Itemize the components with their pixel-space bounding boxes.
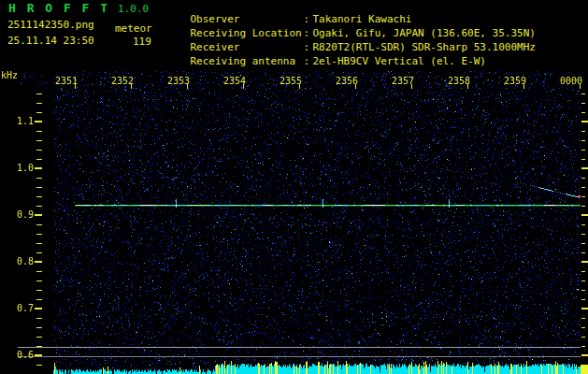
x-tick xyxy=(243,84,244,89)
x-tick-label: 2352 xyxy=(106,76,134,86)
y-minor-tick-right xyxy=(581,365,585,366)
y-minor-tick-right xyxy=(581,206,585,207)
y-tick-label: 0.7 xyxy=(0,303,34,313)
y-minor-tick-right xyxy=(581,131,585,132)
y-minor-tick xyxy=(36,234,42,235)
y-minor-tick-right xyxy=(581,337,585,338)
y-major-tick-right xyxy=(581,354,588,356)
y-minor-tick xyxy=(36,150,42,151)
y-minor-tick-right xyxy=(581,94,585,94)
y-minor-tick xyxy=(36,271,42,272)
x-tick-label: 2356 xyxy=(330,76,358,86)
x-tick-label: 2358 xyxy=(442,76,470,86)
y-minor-tick-right xyxy=(581,187,585,188)
y-minor-tick xyxy=(36,103,42,104)
y-axis-unit: kHz xyxy=(1,70,18,80)
x-tick-label: 2357 xyxy=(386,76,414,86)
y-tick-label: 0.8 xyxy=(0,256,34,266)
y-minor-tick xyxy=(36,337,42,338)
y-minor-tick xyxy=(36,280,42,281)
y-tick-label: 1.0 xyxy=(0,163,34,173)
y-minor-tick xyxy=(36,243,42,244)
y-minor-tick xyxy=(36,178,42,179)
y-minor-tick-right xyxy=(581,224,585,225)
y-minor-tick-right xyxy=(581,252,585,253)
y-minor-tick xyxy=(36,290,42,291)
y-minor-tick xyxy=(36,94,42,94)
y-minor-tick xyxy=(36,318,42,319)
bargraph-end-marker xyxy=(581,365,588,374)
y-minor-tick xyxy=(36,187,42,188)
y-minor-tick xyxy=(36,224,42,225)
x-tick-label: 2351 xyxy=(50,76,78,86)
y-minor-tick-right xyxy=(581,346,585,347)
y-major-tick xyxy=(35,308,42,309)
mode-label: meteor xyxy=(115,23,152,35)
y-minor-tick-right xyxy=(581,243,585,244)
y-minor-tick-right xyxy=(581,234,585,235)
y-minor-tick xyxy=(36,112,42,113)
y-minor-tick-right xyxy=(581,271,585,272)
y-minor-tick-right xyxy=(581,327,585,328)
output-filename: 2511142350.png xyxy=(7,20,94,31)
y-minor-tick-right xyxy=(581,178,585,179)
y-minor-tick-right xyxy=(581,299,585,300)
y-major-tick-right xyxy=(581,121,588,122)
y-minor-tick-right xyxy=(581,150,585,151)
info-label: Receiving antenna xyxy=(191,56,304,67)
y-tick-label: 1.1 xyxy=(0,116,34,126)
x-tick-label: 2359 xyxy=(498,76,526,86)
x-tick-label: 2353 xyxy=(162,76,190,86)
y-minor-tick-right xyxy=(581,112,585,113)
x-tick xyxy=(299,84,300,89)
y-major-tick xyxy=(35,121,42,122)
hrofft-window: H R O F F T 1.0.0 2511142350.png meteor … xyxy=(0,0,588,374)
y-minor-tick xyxy=(36,252,42,253)
y-minor-tick-right xyxy=(581,159,585,160)
x-tick xyxy=(523,84,524,89)
y-minor-tick xyxy=(36,131,42,132)
x-tick xyxy=(355,84,356,89)
datetime-label: 25.11.14 23:50 xyxy=(7,36,94,47)
x-tick xyxy=(467,84,468,89)
y-minor-tick xyxy=(36,140,42,141)
y-minor-tick xyxy=(36,299,42,300)
x-tick-label: 0000 xyxy=(554,76,582,86)
y-minor-tick-right xyxy=(581,290,585,291)
y-major-tick xyxy=(35,354,42,356)
y-minor-tick xyxy=(36,365,42,366)
y-minor-tick-right xyxy=(581,318,585,319)
y-major-tick-right xyxy=(581,261,588,263)
x-tick xyxy=(187,84,188,89)
y-major-tick-right xyxy=(581,308,588,309)
x-tick xyxy=(580,84,581,89)
x-tick-label: 2354 xyxy=(218,76,246,86)
app-title: H R O F F T xyxy=(8,2,109,14)
y-tick-label: 0.6 xyxy=(0,350,34,360)
x-tick xyxy=(75,84,76,89)
y-major-tick xyxy=(35,261,42,263)
y-minor-tick xyxy=(36,206,42,207)
y-minor-tick xyxy=(36,346,42,347)
y-minor-tick xyxy=(36,327,42,328)
spectrogram-canvas xyxy=(18,71,581,374)
info-value: 2el-HB9CV Vertical (el. E-W) xyxy=(313,55,486,67)
y-major-tick-right xyxy=(581,214,588,216)
y-minor-tick-right xyxy=(581,103,585,104)
y-minor-tick-right xyxy=(581,140,585,141)
y-major-tick-right xyxy=(581,167,588,169)
x-tick xyxy=(131,84,132,89)
y-minor-tick-right xyxy=(581,196,585,197)
y-major-tick xyxy=(35,167,42,169)
echo-count: 119 xyxy=(133,36,151,48)
info-separator: : xyxy=(304,56,313,67)
y-tick-label: 0.9 xyxy=(0,209,34,220)
x-tick-label: 2355 xyxy=(274,76,302,86)
y-major-tick xyxy=(35,214,42,216)
y-minor-tick-right xyxy=(581,280,585,281)
y-minor-tick xyxy=(36,159,42,160)
y-minor-tick xyxy=(36,196,42,197)
app-version: 1.0.0 xyxy=(118,4,149,15)
x-tick xyxy=(411,84,412,89)
